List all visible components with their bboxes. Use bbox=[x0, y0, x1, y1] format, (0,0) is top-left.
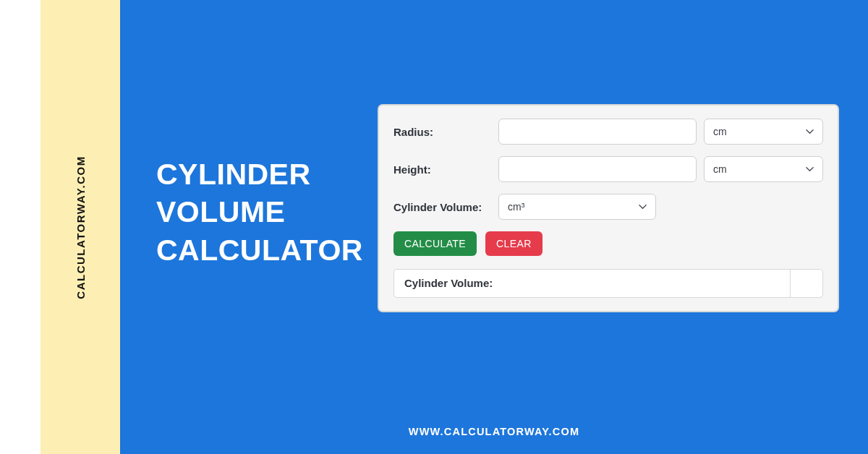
radius-row: Radius: cm bbox=[393, 119, 823, 145]
calculate-button[interactable]: CALCULATE bbox=[393, 231, 477, 256]
chevron-down-icon bbox=[806, 167, 814, 172]
sidebar-stripe: CALCULATORWAY.COM bbox=[41, 0, 120, 454]
radius-label: Radius: bbox=[393, 126, 491, 138]
radius-unit-value: cm bbox=[713, 126, 727, 137]
title-line-1: CYLINDER bbox=[156, 158, 311, 191]
footer-url: WWW.CALCULATORWAY.COM bbox=[409, 426, 580, 437]
left-white-gutter bbox=[0, 0, 41, 454]
height-row: Height: cm bbox=[393, 156, 823, 182]
title-line-2: VOLUME bbox=[156, 195, 285, 228]
chevron-down-icon bbox=[806, 129, 814, 134]
radius-input[interactable] bbox=[498, 119, 697, 145]
title-line-3: CALCULATOR bbox=[156, 234, 363, 267]
main-content: CYLINDER VOLUME CALCULATOR Radius: cm He… bbox=[120, 0, 868, 454]
result-row: Cylinder Volume: bbox=[393, 269, 823, 298]
radius-unit-select[interactable]: cm bbox=[704, 119, 823, 145]
height-input[interactable] bbox=[498, 156, 697, 182]
page: CALCULATORWAY.COM CYLINDER VOLUME CALCUL… bbox=[0, 0, 868, 454]
sidebar-brand: CALCULATORWAY.COM bbox=[75, 155, 87, 299]
page-title: CYLINDER VOLUME CALCULATOR bbox=[156, 155, 363, 269]
button-row: CALCULATE CLEAR bbox=[393, 231, 823, 256]
result-label: Cylinder Volume: bbox=[394, 270, 790, 297]
volume-unit-select[interactable]: cm³ bbox=[498, 194, 656, 220]
volume-unit-row: Cylinder Volume: cm³ bbox=[393, 194, 823, 220]
chevron-down-icon bbox=[639, 205, 647, 210]
calculator-card: Radius: cm Height: cm Cylinder Volume: bbox=[378, 104, 839, 312]
result-value bbox=[790, 270, 822, 297]
volume-unit-value: cm³ bbox=[508, 201, 524, 213]
volume-unit-label: Cylinder Volume: bbox=[393, 201, 491, 213]
height-unit-value: cm bbox=[713, 163, 727, 175]
clear-button[interactable]: CLEAR bbox=[485, 231, 542, 256]
height-unit-select[interactable]: cm bbox=[704, 156, 823, 182]
height-label: Height: bbox=[393, 163, 491, 176]
